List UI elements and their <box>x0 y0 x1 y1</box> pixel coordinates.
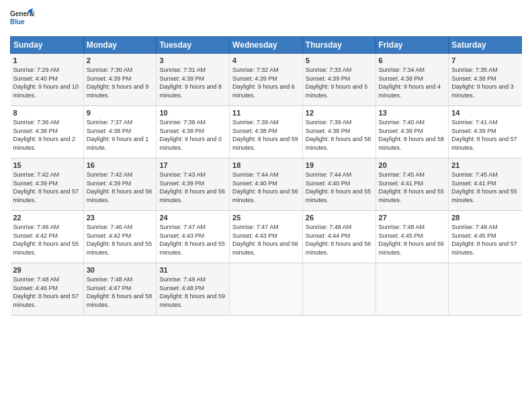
header-day-monday: Monday <box>83 37 157 54</box>
day-number: 24 <box>159 214 226 222</box>
calendar-cell: 3Sunrise: 7:31 AMSunset: 4:39 PMDaylight… <box>157 54 230 106</box>
calendar-cell: 10Sunrise: 7:38 AMSunset: 4:38 PMDayligh… <box>157 106 230 158</box>
calendar-cell: 23Sunrise: 7:46 AMSunset: 4:42 PMDayligh… <box>83 211 157 263</box>
day-info: Sunrise: 7:29 AMSunset: 4:40 PMDaylight:… <box>13 66 81 99</box>
calendar-cell: 9Sunrise: 7:37 AMSunset: 4:38 PMDaylight… <box>83 106 157 158</box>
calendar-cell: 31Sunrise: 7:49 AMSunset: 4:48 PMDayligh… <box>157 263 230 316</box>
day-number: 25 <box>232 214 300 222</box>
calendar-cell <box>230 263 303 316</box>
day-info: Sunrise: 7:44 AMSunset: 4:40 PMDaylight:… <box>306 171 373 204</box>
logo-container: General Blue <box>10 7 34 31</box>
calendar-cell: 8Sunrise: 7:36 AMSunset: 4:38 PMDaylight… <box>11 106 84 158</box>
calendar-body: 1Sunrise: 7:29 AMSunset: 4:40 PMDaylight… <box>11 54 522 316</box>
day-number: 31 <box>159 266 226 274</box>
calendar-cell <box>449 263 522 316</box>
day-number: 13 <box>379 109 446 117</box>
day-number: 15 <box>13 161 81 169</box>
calendar-cell: 19Sunrise: 7:44 AMSunset: 4:40 PMDayligh… <box>302 158 375 211</box>
week-row-4: 22Sunrise: 7:46 AMSunset: 4:42 PMDayligh… <box>11 211 522 263</box>
day-info: Sunrise: 7:44 AMSunset: 4:40 PMDaylight:… <box>232 171 300 204</box>
header-day-saturday: Saturday <box>449 37 522 54</box>
calendar-cell: 5Sunrise: 7:33 AMSunset: 4:39 PMDaylight… <box>302 54 375 106</box>
day-number: 11 <box>232 109 300 117</box>
calendar-cell: 25Sunrise: 7:47 AMSunset: 4:43 PMDayligh… <box>230 211 303 263</box>
day-number: 5 <box>306 56 373 64</box>
day-info: Sunrise: 7:48 AMSunset: 4:45 PMDaylight:… <box>379 223 446 257</box>
day-number: 17 <box>159 161 226 169</box>
day-number: 19 <box>306 161 373 169</box>
day-number: 18 <box>232 161 300 169</box>
day-info: Sunrise: 7:42 AMSunset: 4:39 PMDaylight:… <box>87 171 154 204</box>
day-number: 27 <box>379 214 446 222</box>
day-info: Sunrise: 7:37 AMSunset: 4:38 PMDaylight:… <box>87 118 154 152</box>
day-info: Sunrise: 7:32 AMSunset: 4:39 PMDaylight:… <box>232 66 300 99</box>
calendar-header: SundayMondayTuesdayWednesdayThursdayFrid… <box>11 37 522 54</box>
day-info: Sunrise: 7:46 AMSunset: 4:42 PMDaylight:… <box>13 223 81 257</box>
day-info: Sunrise: 7:48 AMSunset: 4:47 PMDaylight:… <box>87 275 154 309</box>
day-number: 8 <box>13 109 81 117</box>
calendar-cell: 21Sunrise: 7:45 AMSunset: 4:41 PMDayligh… <box>449 158 522 211</box>
header-day-tuesday: Tuesday <box>157 37 230 54</box>
calendar-cell: 26Sunrise: 7:48 AMSunset: 4:44 PMDayligh… <box>302 211 375 263</box>
calendar-cell: 12Sunrise: 7:39 AMSunset: 4:38 PMDayligh… <box>302 106 375 158</box>
calendar-cell: 30Sunrise: 7:48 AMSunset: 4:47 PMDayligh… <box>83 263 157 316</box>
header-day-wednesday: Wednesday <box>230 37 303 54</box>
day-info: Sunrise: 7:33 AMSunset: 4:39 PMDaylight:… <box>306 66 373 99</box>
day-number: 10 <box>159 109 226 117</box>
calendar-cell <box>302 263 375 316</box>
day-number: 21 <box>451 161 519 169</box>
calendar-cell: 24Sunrise: 7:47 AMSunset: 4:43 PMDayligh… <box>157 211 230 263</box>
day-number: 16 <box>87 161 154 169</box>
day-info: Sunrise: 7:38 AMSunset: 4:38 PMDaylight:… <box>159 118 226 152</box>
day-info: Sunrise: 7:45 AMSunset: 4:41 PMDaylight:… <box>451 171 519 204</box>
day-info: Sunrise: 7:30 AMSunset: 4:39 PMDaylight:… <box>87 66 154 99</box>
calendar-cell: 16Sunrise: 7:42 AMSunset: 4:39 PMDayligh… <box>83 158 157 211</box>
calendar-cell: 2Sunrise: 7:30 AMSunset: 4:39 PMDaylight… <box>83 54 157 106</box>
calendar-cell: 18Sunrise: 7:44 AMSunset: 4:40 PMDayligh… <box>230 158 303 211</box>
calendar-cell: 1Sunrise: 7:29 AMSunset: 4:40 PMDaylight… <box>11 54 84 106</box>
calendar-cell: 6Sunrise: 7:34 AMSunset: 4:38 PMDaylight… <box>375 54 449 106</box>
header-day-friday: Friday <box>375 37 449 54</box>
day-number: 22 <box>13 214 81 222</box>
day-number: 14 <box>451 109 519 117</box>
day-number: 2 <box>87 56 154 64</box>
week-row-1: 1Sunrise: 7:29 AMSunset: 4:40 PMDaylight… <box>11 54 522 106</box>
day-number: 6 <box>379 56 446 64</box>
day-info: Sunrise: 7:48 AMSunset: 4:46 PMDaylight:… <box>13 275 81 309</box>
calendar-cell: 28Sunrise: 7:48 AMSunset: 4:45 PMDayligh… <box>449 211 522 263</box>
day-number: 28 <box>451 214 519 222</box>
day-info: Sunrise: 7:36 AMSunset: 4:38 PMDaylight:… <box>13 118 81 152</box>
header: General Blue <box>10 7 522 31</box>
header-day-sunday: Sunday <box>11 37 84 54</box>
logo-svg: General Blue <box>10 7 34 31</box>
day-number: 20 <box>379 161 446 169</box>
day-number: 30 <box>87 266 154 274</box>
day-info: Sunrise: 7:40 AMSunset: 4:39 PMDaylight:… <box>379 118 446 152</box>
day-info: Sunrise: 7:47 AMSunset: 4:43 PMDaylight:… <box>232 223 300 257</box>
day-info: Sunrise: 7:39 AMSunset: 4:38 PMDaylight:… <box>306 118 373 152</box>
calendar-cell: 13Sunrise: 7:40 AMSunset: 4:39 PMDayligh… <box>375 106 449 158</box>
header-row: SundayMondayTuesdayWednesdayThursdayFrid… <box>11 37 522 54</box>
calendar-cell: 7Sunrise: 7:35 AMSunset: 4:38 PMDaylight… <box>449 54 522 106</box>
week-row-2: 8Sunrise: 7:36 AMSunset: 4:38 PMDaylight… <box>11 106 522 158</box>
calendar-cell: 17Sunrise: 7:43 AMSunset: 4:39 PMDayligh… <box>157 158 230 211</box>
calendar-cell: 15Sunrise: 7:42 AMSunset: 4:39 PMDayligh… <box>11 158 84 211</box>
calendar-cell: 20Sunrise: 7:45 AMSunset: 4:41 PMDayligh… <box>375 158 449 211</box>
day-number: 29 <box>13 266 81 274</box>
day-number: 12 <box>306 109 373 117</box>
day-info: Sunrise: 7:45 AMSunset: 4:41 PMDaylight:… <box>379 171 446 204</box>
day-info: Sunrise: 7:47 AMSunset: 4:43 PMDaylight:… <box>159 223 226 257</box>
day-info: Sunrise: 7:43 AMSunset: 4:39 PMDaylight:… <box>159 171 226 204</box>
day-info: Sunrise: 7:46 AMSunset: 4:42 PMDaylight:… <box>87 223 154 257</box>
day-number: 1 <box>13 56 81 64</box>
week-row-3: 15Sunrise: 7:42 AMSunset: 4:39 PMDayligh… <box>11 158 522 211</box>
svg-text:Blue: Blue <box>10 18 25 26</box>
calendar-cell <box>375 263 449 316</box>
day-info: Sunrise: 7:35 AMSunset: 4:38 PMDaylight:… <box>451 66 519 99</box>
calendar-table: SundayMondayTuesdayWednesdayThursdayFrid… <box>10 36 522 316</box>
day-info: Sunrise: 7:49 AMSunset: 4:48 PMDaylight:… <box>159 275 226 309</box>
calendar-cell: 4Sunrise: 7:32 AMSunset: 4:39 PMDaylight… <box>230 54 303 106</box>
day-info: Sunrise: 7:31 AMSunset: 4:39 PMDaylight:… <box>159 66 226 99</box>
calendar-cell: 29Sunrise: 7:48 AMSunset: 4:46 PMDayligh… <box>11 263 84 316</box>
day-info: Sunrise: 7:48 AMSunset: 4:45 PMDaylight:… <box>451 223 519 257</box>
